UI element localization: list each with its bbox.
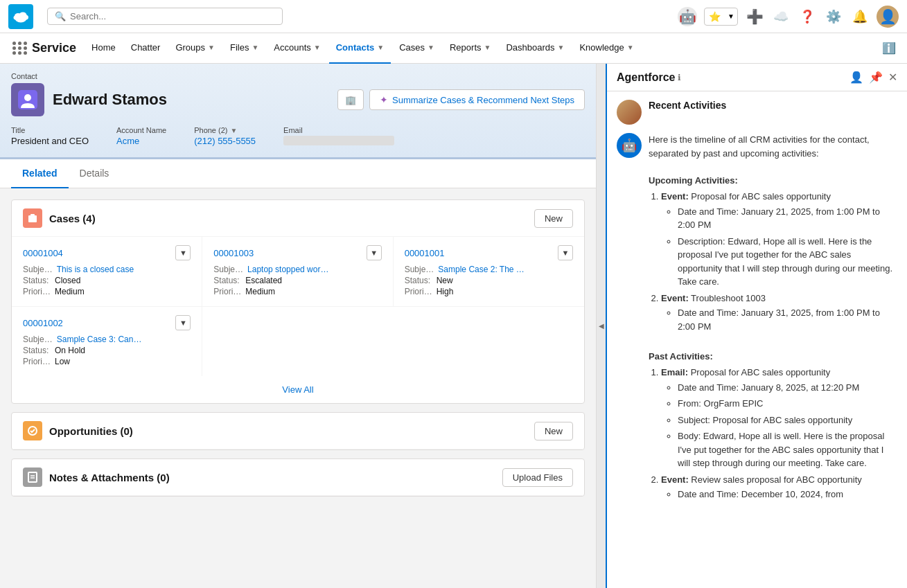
svg-point-4 xyxy=(14,15,19,19)
collapse-handle[interactable]: ◀ xyxy=(596,64,606,588)
chevron-down-icon: ▼ xyxy=(428,44,434,51)
case-priority-value-4: Low xyxy=(55,357,70,366)
chevron-down-icon: ▼ xyxy=(484,44,491,51)
case-subject-value-1[interactable]: This is a closed case xyxy=(57,265,134,274)
chevron-down-icon[interactable]: ▼ xyxy=(725,10,737,23)
case-subject-label-2: Subje… xyxy=(213,265,243,274)
case-status-3: Status: New xyxy=(405,276,573,285)
nav-dashboards-label: Dashboards xyxy=(506,42,554,53)
case-subject-value-4[interactable]: Sample Case 3: Can… xyxy=(57,335,142,344)
chevron-down-icon: ▼ xyxy=(627,44,634,51)
recent-activities-content: Recent Activities xyxy=(649,100,726,125)
case-subject-label-4: Subje… xyxy=(23,335,53,344)
nav-knowledge[interactable]: Knowledge ▼ xyxy=(572,33,640,64)
field-account: Account Name Acme xyxy=(116,126,166,146)
svg-rect-8 xyxy=(30,214,35,216)
notification-icon[interactable]: 🔔 xyxy=(850,7,870,26)
case-status-label-4: Status: xyxy=(23,346,51,355)
agent-user-icon[interactable]: 👤 xyxy=(849,71,863,84)
email-label: Email xyxy=(283,126,394,134)
account-name-label: Account Name xyxy=(116,126,166,134)
summarize-button[interactable]: ✦ Summarize Cases & Recommend Next Steps xyxy=(369,89,585,110)
settings-icon[interactable]: ⚙️ xyxy=(824,7,843,26)
case-number-4[interactable]: 00001002 xyxy=(23,318,63,328)
opportunities-section: Opportunities (0) New xyxy=(11,412,585,450)
nav-chatter[interactable]: Chatter xyxy=(124,33,168,64)
case-number-2[interactable]: 00001003 xyxy=(213,248,254,258)
nav-home[interactable]: Home xyxy=(85,33,123,64)
case-number-1[interactable]: 00001004 xyxy=(23,248,63,258)
main-layout: Contact Edward Stamos 🏢 ✦ S xyxy=(0,64,907,588)
account-name-value[interactable]: Acme xyxy=(116,136,166,146)
agentforce-info-icon[interactable]: ℹ xyxy=(678,73,681,82)
case-subject-3: Subje… Sample Case 2: The … xyxy=(405,265,573,274)
agentforce-title: Agentforce xyxy=(617,71,675,84)
nav-groups[interactable]: Groups ▼ xyxy=(168,33,222,64)
search-input[interactable] xyxy=(70,11,264,21)
case-dropdown-3[interactable]: ▼ xyxy=(558,245,573,260)
cases-view-all[interactable]: View All xyxy=(12,376,584,403)
upload-files-button[interactable]: Upload Files xyxy=(502,468,573,487)
cloud-icon[interactable]: ☁️ xyxy=(771,7,791,26)
phone-value[interactable]: (212) 555-5555 xyxy=(194,136,256,146)
spark-icon: ✦ xyxy=(380,94,388,105)
topbar: 🔍 🤖 ⭐ ▼ ➕ ☁️ ❓ ⚙️ 🔔 👤 xyxy=(0,0,907,33)
agent-bot-response: 🤖 Here is the timeline of all CRM activi… xyxy=(617,133,897,504)
add-icon[interactable]: ➕ xyxy=(745,7,764,26)
nav-files-label: Files xyxy=(230,42,249,53)
field-email: Email xyxy=(283,126,394,146)
agent-close-icon[interactable]: ✕ xyxy=(888,71,897,84)
case-status-label-2: Status: xyxy=(213,276,241,285)
contact-avatar-icon xyxy=(11,83,44,116)
nav-contacts[interactable]: Contacts ▼ xyxy=(329,33,391,64)
case-priority-label-4: Priori… xyxy=(23,357,51,366)
summarize-label: Summarize Cases & Recommend Next Steps xyxy=(392,95,574,105)
nav-accounts[interactable]: Accounts ▼ xyxy=(267,33,327,64)
hierarchy-icon: 🏢 xyxy=(345,95,356,105)
title-label: Title xyxy=(11,126,89,134)
nav-reports[interactable]: Reports ▼ xyxy=(443,33,497,64)
search-bar[interactable]: 🔍 xyxy=(47,8,283,25)
phone-row: Phone (2) ▼ xyxy=(194,126,256,134)
case-subject-label-3: Subje… xyxy=(405,265,434,274)
nav-dashboards[interactable]: Dashboards ▼ xyxy=(499,33,571,64)
user-icon[interactable]: 🤖 xyxy=(678,7,697,26)
opportunities-new-button[interactable]: New xyxy=(534,422,573,440)
salesforce-logo[interactable] xyxy=(8,4,33,29)
case-number-3[interactable]: 00001001 xyxy=(405,248,445,258)
nav-cases[interactable]: Cases ▼ xyxy=(392,33,441,64)
avatar[interactable]: 👤 xyxy=(877,6,899,28)
case-dropdown-1[interactable]: ▼ xyxy=(175,245,191,260)
agent-pin-icon[interactable]: 📌 xyxy=(869,71,883,84)
title-value: President and CEO xyxy=(11,136,89,146)
favorites-btn[interactable]: ⭐ ▼ xyxy=(704,8,738,26)
cases-new-button[interactable]: New xyxy=(534,209,573,228)
nav-groups-label: Groups xyxy=(175,42,205,53)
case-dropdown-2[interactable]: ▼ xyxy=(367,245,382,260)
case-dropdown-4[interactable]: ▼ xyxy=(175,315,191,330)
nav-app-icon[interactable]: Service xyxy=(6,41,83,55)
search-icon: 🔍 xyxy=(55,11,66,21)
tab-details[interactable]: Details xyxy=(69,159,121,188)
help-icon[interactable]: ❓ xyxy=(798,7,817,26)
svg-point-6 xyxy=(24,94,31,101)
star-icon[interactable]: ⭐ xyxy=(705,8,725,25)
past-heading: Past Activities: xyxy=(649,351,713,362)
collapse-icon: ◀ xyxy=(599,322,604,330)
tab-related[interactable]: Related xyxy=(11,159,69,188)
chevron-down-icon: ▼ xyxy=(377,44,384,51)
case-subject-4: Subje… Sample Case 3: Can… xyxy=(23,335,191,344)
case-card-3: 00001001 ▼ Subje… Sample Case 2: The … S… xyxy=(394,237,584,307)
agentforce-content: Recent Activities 🤖 Here is the timeline… xyxy=(607,91,907,588)
chevron-down-icon[interactable]: ▼ xyxy=(230,127,237,134)
nav-info-icon[interactable]: ℹ️ xyxy=(877,42,901,55)
case-subject-label-1: Subje… xyxy=(23,265,53,274)
case-subject-value-3[interactable]: Sample Case 2: The … xyxy=(438,265,525,274)
agent-intro-text: Here is the timeline of all CRM activiti… xyxy=(649,134,870,159)
nav-files[interactable]: Files ▼ xyxy=(223,33,265,64)
case-priority-2: Priori… Medium xyxy=(213,287,381,296)
case-priority-value-3: High xyxy=(437,287,454,296)
case-subject-value-2[interactable]: Laptop stopped wor… xyxy=(247,265,328,274)
case-card-2: 00001003 ▼ Subje… Laptop stopped wor… St… xyxy=(202,237,393,307)
org-chart-button[interactable]: 🏢 xyxy=(337,89,364,110)
